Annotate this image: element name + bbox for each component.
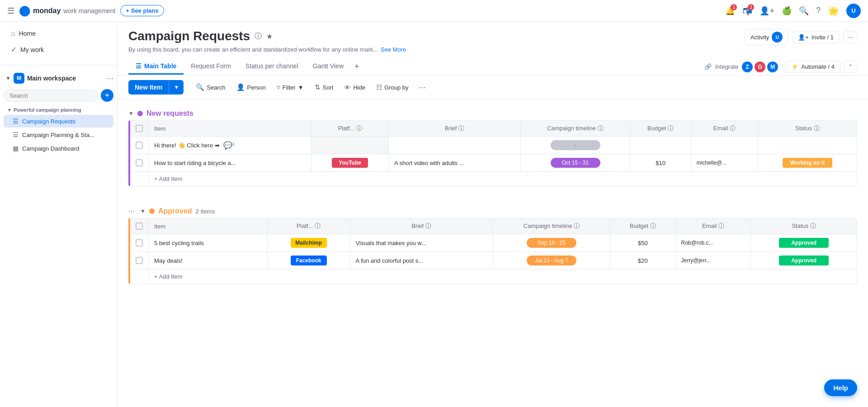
info-icon[interactable]: ⓘ bbox=[255, 32, 262, 41]
budget-cell-4: $20 bbox=[610, 252, 675, 270]
status-cell: Working on it bbox=[758, 154, 857, 172]
logo-sub: work management bbox=[63, 7, 115, 14]
new-item-dropdown-icon[interactable]: ▼ bbox=[169, 80, 184, 94]
search-button[interactable]: 🔍 Search bbox=[191, 80, 230, 94]
select-all-checkbox-2[interactable] bbox=[136, 222, 143, 230]
workspace-header[interactable]: ▼ M Main workspace ⋯ bbox=[0, 69, 117, 87]
workspace-more-icon[interactable]: ⋯ bbox=[106, 74, 113, 83]
brief-cell bbox=[388, 137, 520, 154]
sidebar-item-campaign-dashboard[interactable]: ▦ Campaign Dashboard bbox=[4, 142, 113, 155]
col-info-icon-4: ⓘ bbox=[668, 125, 674, 132]
toolbar-more-button[interactable]: ⋯ bbox=[415, 80, 429, 95]
board-icon-2: ▦ bbox=[13, 145, 19, 152]
add-item-row-2[interactable]: + Add Item bbox=[130, 270, 857, 284]
row-checkbox-4[interactable] bbox=[136, 257, 143, 264]
item-col-header: Item bbox=[149, 121, 311, 137]
apps-icon[interactable]: 🍏 bbox=[782, 6, 792, 16]
notifications-icon[interactable]: 🔔1 bbox=[725, 6, 735, 16]
group-icon: ☷ bbox=[376, 83, 382, 91]
table-head-2: Item Platf... ⓘ Brief ⓘ Campaign timelin… bbox=[130, 218, 857, 234]
notification-badge: 1 bbox=[731, 4, 737, 10]
add-tab-button[interactable]: + bbox=[351, 58, 363, 75]
budget-cell-3: $50 bbox=[610, 234, 675, 252]
search-input[interactable] bbox=[4, 90, 98, 102]
select-all-checkbox[interactable] bbox=[136, 125, 143, 132]
add-item-cell[interactable]: + Add Item bbox=[149, 172, 857, 186]
invite-icon[interactable]: 👤+ bbox=[760, 6, 774, 16]
toolbar: New Item ▼ 🔍 Search 👤 Person ▿ Filter ▼ … bbox=[118, 76, 868, 99]
see-plans-button[interactable]: + See plans bbox=[120, 5, 165, 16]
logo-icon: ⬤ bbox=[19, 5, 30, 17]
row-checkbox-3[interactable] bbox=[136, 239, 143, 246]
group-collapse-icon[interactable]: ▼ bbox=[128, 110, 134, 117]
avatar[interactable]: U bbox=[846, 4, 861, 18]
hamburger-icon[interactable]: ☰ bbox=[7, 6, 14, 16]
integrate-label: Integrate bbox=[715, 63, 738, 70]
group-more-icon[interactable]: ⋯ bbox=[128, 208, 135, 215]
tab-gantt-view[interactable]: Gantt View bbox=[306, 59, 351, 75]
timeline-col-header-2: Campaign timeline ⓘ bbox=[493, 218, 610, 234]
content-area: Campaign Requests ⓘ ★ By using this boar… bbox=[118, 22, 868, 407]
invite-button[interactable]: 👤+ Invite / 1 bbox=[792, 31, 840, 43]
automate-button[interactable]: ⚡ Automate / 4 bbox=[785, 61, 840, 73]
hide-button[interactable]: 👁 Hide bbox=[340, 81, 370, 94]
filter-button[interactable]: ▿ Filter ▼ bbox=[272, 80, 308, 94]
group-header-new-requests[interactable]: ▼ New requests bbox=[118, 107, 868, 120]
search-btn-icon: 🔍 bbox=[196, 83, 204, 91]
tab-status-per-channel[interactable]: Status per channel bbox=[238, 59, 306, 75]
sidebar-item-campaign-requests[interactable]: ☰ Campaign Requests bbox=[4, 115, 113, 128]
sidebar-item-home[interactable]: ⌂ Home bbox=[4, 26, 113, 41]
col-info-icon-5: ⓘ bbox=[730, 125, 736, 132]
add-item-cell-2[interactable]: + Add Item bbox=[149, 270, 857, 284]
table-row: How to start riding a bicycle a... + You… bbox=[130, 154, 857, 172]
brief-cell-4: A fun and colorful post s... bbox=[350, 252, 493, 270]
tab-label-3: Gantt View bbox=[313, 62, 344, 70]
workspace-name: Main workspace bbox=[27, 75, 104, 82]
budget-col-header-2: Budget ⓘ bbox=[610, 218, 675, 234]
col-info-icon-6: ⓘ bbox=[814, 125, 820, 132]
checkbox-col bbox=[130, 121, 149, 137]
email-col-header-2: Email ⓘ bbox=[675, 218, 751, 234]
platform-col-header: Platf... ⓘ bbox=[311, 121, 389, 137]
col-info-icon-8: ⓘ bbox=[425, 222, 431, 229]
sidebar-item-campaign-planning[interactable]: ☰ Campaign Planning & Sta... bbox=[4, 128, 113, 141]
comment-icon[interactable]: 💬1 bbox=[223, 141, 235, 150]
tab-request-form[interactable]: Request Form bbox=[184, 59, 238, 75]
group-header-approved[interactable]: ⋯ ▼ Approved 2 Items bbox=[118, 204, 868, 218]
row-checkbox[interactable] bbox=[136, 142, 143, 149]
help-button[interactable]: Help bbox=[824, 379, 857, 396]
person-button[interactable]: 👤 Person bbox=[232, 80, 270, 94]
inbox-icon[interactable]: 📬1 bbox=[742, 6, 752, 16]
board-more-button[interactable]: ⋯ bbox=[843, 31, 857, 43]
timeline-badge-purple: Oct 15 - 31 bbox=[551, 158, 600, 168]
see-more-link[interactable]: See More bbox=[381, 46, 406, 53]
item-cell-inner-4: May deals! + bbox=[154, 257, 262, 264]
view-collapse-button[interactable]: ⌃ bbox=[844, 61, 857, 73]
my-work-label: My work bbox=[20, 46, 44, 53]
platform-badge-facebook: Facebook bbox=[291, 256, 327, 265]
tab-main-table[interactable]: ☰ Main Table bbox=[128, 59, 184, 75]
logo-text: monday bbox=[33, 7, 61, 15]
group-by-button[interactable]: ☷ Group by bbox=[372, 80, 413, 94]
add-board-button[interactable]: + bbox=[101, 89, 113, 102]
new-requests-table: Item Platf... ⓘ Brief ⓘ Campaign timelin… bbox=[130, 121, 857, 186]
activity-button[interactable]: Activity U bbox=[745, 29, 788, 45]
top-nav: ☰ ⬤ monday work management + See plans 🔔… bbox=[0, 0, 868, 22]
item-cell: 5 best cycling trails + bbox=[149, 234, 268, 252]
page-title: Campaign Requests bbox=[128, 29, 250, 43]
search-icon[interactable]: 🔍 bbox=[799, 6, 809, 16]
new-item-button[interactable]: New Item ▼ bbox=[128, 80, 184, 95]
row-checkbox[interactable] bbox=[136, 159, 143, 166]
sidebar-item-my-work[interactable]: ✓ My work bbox=[4, 42, 113, 57]
sort-button[interactable]: ⇅ Sort bbox=[310, 80, 338, 94]
board-label-2: Campaign Dashboard bbox=[22, 145, 79, 152]
group-collapse-icon-2[interactable]: ▼ bbox=[140, 208, 146, 214]
integrate-button[interactable]: 🔗 Integrate Z G M bbox=[701, 60, 782, 74]
hide-label: Hide bbox=[353, 84, 365, 91]
email-cell-4: Jerry@jerr... bbox=[675, 252, 751, 270]
help-icon[interactable]: ? bbox=[816, 6, 821, 15]
platform-badge-youtube: YouTube bbox=[332, 158, 368, 168]
add-item-row[interactable]: + Add Item bbox=[130, 172, 857, 186]
star-icon[interactable]: ★ bbox=[266, 32, 273, 41]
col-info-icon-12: ⓘ bbox=[810, 222, 816, 229]
